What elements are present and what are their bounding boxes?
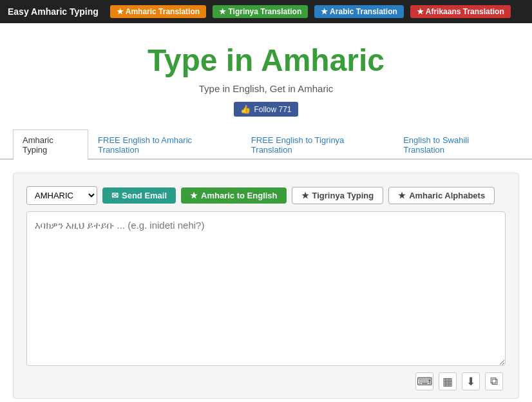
hero-section: Type in Amharic Type in English, Get in … [0,23,532,123]
keyboard-icon[interactable]: ⌨ [415,372,433,390]
toolbar: AMHARIC TIGRINYA ARABIC ✉ Send Email ★ A… [26,186,506,205]
copy-icon[interactable]: ⧉ [485,372,503,390]
tab-english-tigrinya[interactable]: FREE English to Tigrinya Translation [242,129,394,160]
tab-bar: Amharic Typing FREE English to Amharic T… [0,129,532,160]
typing-textarea[interactable] [26,211,506,366]
nav-arabic-translation[interactable]: ★ Arabic Translation [314,5,404,18]
translate-label: Amharic to English [201,191,277,200]
tab-amharic-typing[interactable]: Amharic Typing [13,129,88,160]
language-select[interactable]: AMHARIC TIGRINYA ARABIC [26,186,97,205]
tab-english-swahili[interactable]: English to Swahili Translation [394,129,519,160]
tigrinya-typing-label: Tigrinya Typing [312,191,374,200]
facebook-follow[interactable]: 👍 Follow 771 [234,102,298,117]
main-typing-area: AMHARIC TIGRINYA ARABIC ✉ Send Email ★ A… [13,173,519,399]
send-email-label: Send Email [122,191,167,200]
amharic-to-english-button[interactable]: ★ Amharic to English [181,187,286,204]
fb-follow-label: Follow 771 [254,105,291,114]
site-title: Easy Amharic Typing [8,6,99,17]
tab-english-amharic[interactable]: FREE English to Amharic Translation [88,129,242,160]
send-email-button[interactable]: ✉ Send Email [102,187,176,204]
hero-subtitle: Type in English, Get in Amharic [13,83,519,94]
nav-amharic-translation[interactable]: ★ Amharic Translation [110,5,206,18]
download-icon[interactable]: ⬇ [462,372,480,390]
hero-title: Type in Amharic [13,43,519,78]
grid-icon[interactable]: ▦ [439,372,457,390]
top-navigation: Easy Amharic Typing ★ Amharic Translatio… [0,0,532,23]
icon-bar: ⌨ ▦ ⬇ ⧉ [26,368,506,392]
thumbs-up-icon: 👍 [240,104,251,114]
alphabets-label: Amharic Alphabets [409,191,485,200]
amharic-alphabets-button[interactable]: ★ Amharic Alphabets [388,187,495,204]
nav-tigrinya-translation[interactable]: ★ Tigrinya Translation [213,5,308,18]
nav-afrikaans-translation[interactable]: ★ Afrikaans Translation [410,5,511,18]
tigrinya-typing-button[interactable]: ★ Tigrinya Typing [292,187,384,204]
